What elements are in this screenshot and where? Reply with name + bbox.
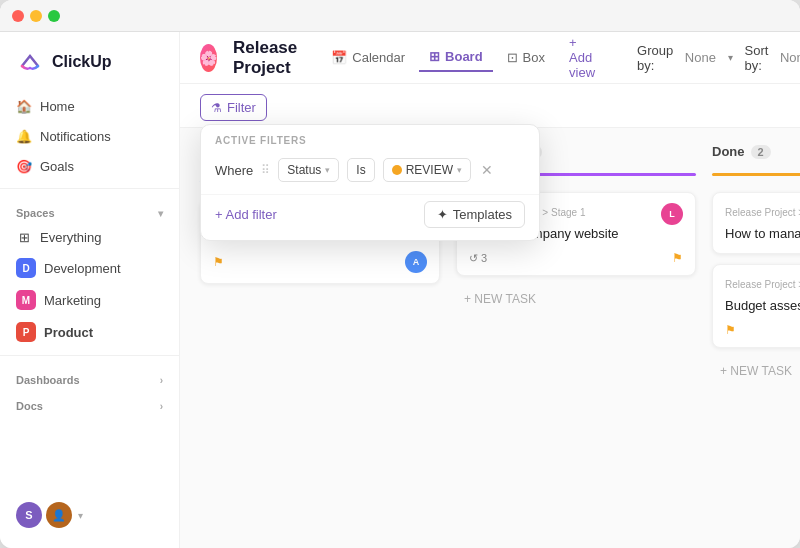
home-icon: 🏠 <box>16 98 32 114</box>
group-by-control[interactable]: Group by: None ▾ <box>637 43 732 73</box>
column-done-title: Done 2 <box>712 144 771 159</box>
card-budget[interactable]: Release Project > Stage 1 R Budget asses… <box>712 264 800 348</box>
card-footer-budget: ⚑ <box>725 323 800 337</box>
filter-icon: ⚗ <box>211 101 222 115</box>
review-chevron: ▾ <box>457 165 462 175</box>
is-label: Is <box>356 163 365 177</box>
filter-close-button[interactable]: ✕ <box>481 162 493 178</box>
filter-label: Filter <box>227 100 256 115</box>
board-toolbar: ⚗ Filter ACTIVE FILTERS Where ⠿ Status ▾ <box>180 84 800 128</box>
comment-count: ↺ 3 <box>469 252 487 265</box>
templates-button[interactable]: ✦ Templates <box>424 201 525 228</box>
card-avatar-refresh: L <box>661 203 683 225</box>
sidebar-item-notifications[interactable]: 🔔 Notifications <box>8 122 171 150</box>
comment-icon: ↺ <box>469 252 478 265</box>
product-label: Product <box>44 325 93 340</box>
dashboards-section: Dashboards › <box>0 364 179 390</box>
product-dot: P <box>16 322 36 342</box>
box-label: Box <box>523 50 545 65</box>
calendar-label: Calendar <box>352 50 405 65</box>
spaces-section: Spaces ▾ <box>0 197 179 223</box>
goals-label: Goals <box>40 159 74 174</box>
sidebar-item-development[interactable]: D Development <box>8 253 171 283</box>
new-task-done[interactable]: + NEW TASK <box>712 358 800 384</box>
sidebar-item-goals[interactable]: 🎯 Goals <box>8 152 171 180</box>
filter-review-chip[interactable]: REVIEW ▾ <box>383 158 471 182</box>
project-title: Release Project <box>233 38 297 78</box>
filter-status-chip[interactable]: Status ▾ <box>278 158 339 182</box>
templates-label: Templates <box>453 207 512 222</box>
tab-box[interactable]: ⊡ Box <box>497 44 555 71</box>
card-manage-event[interactable]: Release Project > Stage 1 K How to manag… <box>712 192 800 254</box>
development-dot: D <box>16 258 36 278</box>
sidebar-item-everything[interactable]: ⊞ Everything <box>8 223 171 251</box>
budget-flag-icon: ⚑ <box>725 323 736 337</box>
filter-actions: + Add filter ✦ Templates <box>201 194 539 240</box>
tab-board[interactable]: ⊞ Board <box>419 43 493 72</box>
grid-icon: ⊞ <box>16 229 32 245</box>
drag-handle-icon: ⠿ <box>261 163 270 177</box>
sidebar: ClickUp 🏠 Home 🔔 Notifications 🎯 Goals <box>0 32 180 548</box>
calendar-icon: 📅 <box>331 50 347 65</box>
status-label: Status <box>287 163 321 177</box>
add-filter-button[interactable]: + Add filter <box>215 207 277 222</box>
review-status-dot <box>392 165 402 175</box>
card-title-event: How to manage event planning <box>725 225 800 243</box>
header-tabs: 📅 Calendar ⊞ Board ⊡ Box + Add view <box>321 32 605 86</box>
marketing-dot: M <box>16 290 36 310</box>
avatar-s: S <box>16 502 42 528</box>
spaces-chevron[interactable]: ▾ <box>158 208 163 219</box>
sidebar-item-marketing[interactable]: M Marketing <box>8 285 171 315</box>
sidebar-divider-2 <box>0 355 179 356</box>
bottom-chevron[interactable]: ▾ <box>78 510 83 521</box>
marketing-label: Marketing <box>44 293 101 308</box>
sidebar-item-product[interactable]: P Product <box>8 317 171 347</box>
filter-is-chip[interactable]: Is <box>347 158 374 182</box>
spaces-nav: ⊞ Everything D Development M Marketing P… <box>0 223 179 347</box>
development-label: Development <box>44 261 121 276</box>
new-task-in-review[interactable]: + NEW TASK <box>456 286 696 312</box>
sidebar-item-home[interactable]: 🏠 Home <box>8 92 171 120</box>
svg-point-0 <box>17 49 43 75</box>
done-indicator <box>712 173 800 176</box>
notifications-label: Notifications <box>40 129 111 144</box>
new-task-done-label: + NEW TASK <box>720 364 792 378</box>
sort-by-control[interactable]: Sort by: None ▾ <box>745 43 801 73</box>
maximize-dot[interactable] <box>48 10 60 22</box>
home-label: Home <box>40 99 75 114</box>
add-view-button[interactable]: + Add view <box>559 32 605 86</box>
toolbar-right: Group by: None ▾ Sort by: None ▾ <box>637 43 800 73</box>
filter-where-label: Where <box>215 163 253 178</box>
main-content: 🌸 Release Project 📅 Calendar ⊞ Board ⊡ B… <box>180 32 800 548</box>
filter-dropdown: ACTIVE FILTERS Where ⠿ Status ▾ Is <box>200 124 540 241</box>
minimize-dot[interactable] <box>30 10 42 22</box>
logo: ClickUp <box>0 44 179 92</box>
docs-chevron[interactable]: › <box>160 401 163 412</box>
column-done-header: Done 2 <box>712 144 800 159</box>
card-footer-refresh: ↺ 3 ⚑ <box>469 251 683 265</box>
project-icon: 🌸 <box>200 44 217 72</box>
add-view-label: + Add view <box>569 35 595 80</box>
yellow-flag-2-icon: ⚑ <box>672 251 683 265</box>
filter-row: Where ⠿ Status ▾ Is REVIEW ▾ <box>201 152 539 192</box>
dashboards-chevron[interactable]: › <box>160 375 163 386</box>
done-count: 2 <box>751 145 771 159</box>
yellow-flag-icon: ⚑ <box>213 255 224 269</box>
group-by-label: Group by: <box>637 43 673 73</box>
sidebar-bottom: S 👤 ▾ <box>0 494 179 536</box>
everything-label: Everything <box>40 230 101 245</box>
card-title-budget: Budget assessment <box>725 297 800 315</box>
status-chevron: ▾ <box>325 165 330 175</box>
filter-button[interactable]: ⚗ Filter <box>200 94 267 121</box>
app-window: ClickUp 🏠 Home 🔔 Notifications 🎯 Goals <box>0 0 800 548</box>
tab-calendar[interactable]: 📅 Calendar <box>321 44 415 71</box>
close-dot[interactable] <box>12 10 24 22</box>
card-footer: ⚑ A <box>213 251 427 273</box>
card-meta-budget: Release Project > Stage 1 <box>725 279 800 290</box>
new-task-label: + NEW TASK <box>464 292 536 306</box>
docs-section: Docs › <box>0 390 179 416</box>
app-body: ClickUp 🏠 Home 🔔 Notifications 🎯 Goals <box>0 32 800 548</box>
group-by-value: None <box>685 50 716 65</box>
titlebar <box>0 0 800 32</box>
card-avatar: A <box>405 251 427 273</box>
